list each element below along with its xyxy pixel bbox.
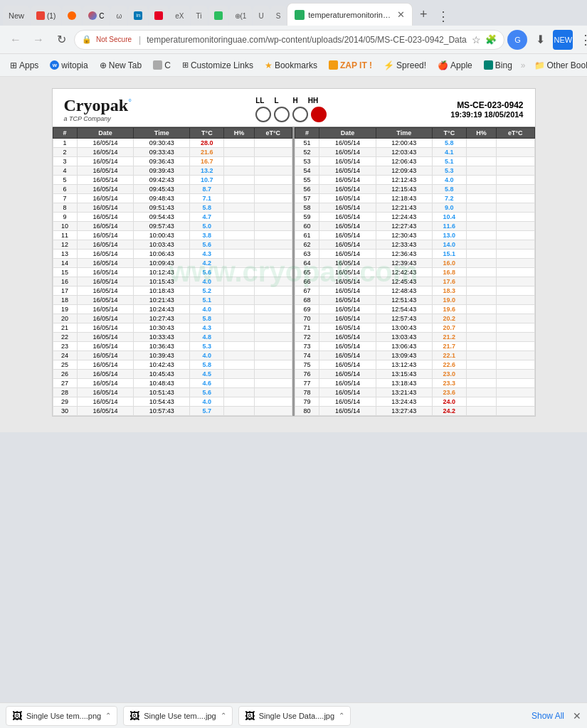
cell-num: 67 [295, 287, 319, 296]
tab-ti[interactable]: Ti [191, 6, 208, 26]
tab-linkedin[interactable]: in [128, 6, 148, 26]
tab-ex[interactable]: eX [169, 6, 189, 26]
address-bar[interactable]: 🔒 Not Secure | temperaturemonitoringuae.… [74, 30, 504, 50]
download-2[interactable]: 🖼 Single Use tem....jpg ⌃ [123, 706, 233, 726]
nav-new-icon[interactable]: NEW [553, 30, 573, 50]
cell-et [497, 333, 534, 342]
bookmark-witopia[interactable]: w witopia [46, 59, 92, 72]
download-3[interactable]: 🖼 Single Use Data....jpg ⌃ [238, 706, 351, 726]
cell-date: 16/05/14 [319, 351, 376, 360]
tab-new[interactable]: New [3, 6, 30, 26]
bookmark-apps[interactable]: ⊞ Apps [6, 59, 43, 72]
nav-bar: ← → ↻ 🔒 Not Secure | temperaturemonitori… [0, 26, 587, 54]
tab-extensions[interactable]: ⋮ [437, 9, 450, 24]
tab-s[interactable]: S [270, 6, 287, 26]
tab-u[interactable]: U [253, 6, 269, 26]
download-2-chevron[interactable]: ⌃ [221, 712, 226, 719]
download-3-icon: 🖼 [245, 710, 255, 722]
cell-hum [466, 222, 496, 231]
tab-e[interactable] [208, 6, 228, 26]
cell-et [497, 139, 534, 148]
tab-chrome-icon[interactable]: C [83, 6, 110, 26]
bookmark-newtab[interactable]: ⊕ New Tab [95, 59, 146, 72]
bookmark-bookmarks[interactable]: ★ Bookmarks [260, 59, 322, 72]
cell-date: 16/05/14 [319, 259, 376, 268]
cell-date: 16/05/14 [319, 296, 376, 305]
star-bookmark-icon[interactable]: ☆ [472, 34, 481, 46]
download-2-icon: 🖼 [129, 710, 139, 722]
table-row: 59 16/05/14 12:24:43 10.4 [295, 213, 535, 222]
cell-date: 16/05/14 [319, 342, 376, 351]
tab-gmail[interactable]: (1) [31, 6, 61, 26]
bookmark-spreed[interactable]: ⚡ Spreed! [379, 59, 430, 72]
cell-time: 12:03:43 [376, 148, 432, 157]
table-row: 52 16/05/14 12:03:43 4.1 [295, 148, 535, 157]
tab-devtools[interactable]: ⊕(1 [229, 6, 253, 26]
cell-et [497, 240, 534, 250]
cell-temp: 21.6 [190, 148, 224, 157]
back-button[interactable]: ← [6, 30, 26, 50]
cell-et [254, 157, 292, 166]
cell-temp: 5.3 [432, 166, 466, 176]
cell-hum [224, 287, 254, 296]
bookmark-other[interactable]: 📁 Other Bookmarks [530, 59, 587, 72]
cell-time: 13:03:43 [376, 333, 432, 342]
tab-active[interactable]: temperaturemonitoringua... ✕ [287, 3, 413, 26]
cell-hum [224, 185, 254, 194]
extensions-puzzle-icon[interactable]: 🧩 [485, 34, 497, 45]
nav-more-icon[interactable]: ⋮ [576, 30, 587, 50]
indicator-ll: LL [255, 97, 264, 105]
cell-time: 12:21:43 [376, 203, 432, 213]
cell-time: 12:33:43 [376, 240, 432, 250]
table-row: 65 16/05/14 12:42:43 16.8 [295, 268, 535, 277]
profile-avatar[interactable]: G [507, 30, 527, 50]
refresh-button[interactable]: ↻ [51, 30, 71, 50]
forward-button[interactable]: → [28, 30, 48, 50]
bookmark-c[interactable]: C [149, 59, 175, 72]
bookmark-zapit[interactable]: ZAP IT ! [324, 59, 376, 72]
cell-time: 13:21:43 [376, 388, 432, 397]
cell-et [254, 351, 292, 360]
table-row: 64 16/05/14 12:39:43 16.0 [295, 259, 535, 268]
tab-omega[interactable]: ω [110, 6, 127, 26]
cell-hum [466, 176, 496, 185]
cell-time: 10:15:43 [134, 277, 190, 287]
cell-num: 76 [295, 370, 319, 379]
cell-hum [224, 250, 254, 259]
show-all-button[interactable]: Show All [532, 711, 564, 721]
cell-time: 12:48:43 [376, 287, 432, 296]
cell-et [254, 148, 292, 157]
table-row: 76 16/05/14 13:15:43 23.0 [295, 370, 535, 379]
download-3-chevron[interactable]: ⌃ [339, 712, 344, 719]
cell-temp: 5.8 [432, 139, 466, 148]
cell-date: 16/05/14 [319, 379, 376, 388]
active-tab-close[interactable]: ✕ [397, 9, 405, 20]
cell-hum [224, 296, 254, 305]
bookmark-zapit-label: ZAP IT ! [340, 60, 372, 70]
tab-p[interactable] [149, 6, 169, 26]
cell-hum [466, 203, 496, 213]
bookmark-bookmarks-label: Bookmarks [275, 60, 317, 70]
cell-time: 10:57:43 [134, 407, 190, 416]
downloads-bar: 🖼 Single Use tem....png ⌃ 🖼 Single Use t… [0, 702, 587, 728]
cell-hum [466, 323, 496, 333]
indicator-l: L [274, 97, 278, 105]
bookmark-customize[interactable]: ⊞ Customize Links [178, 59, 258, 72]
cell-date: 16/05/14 [319, 407, 376, 416]
close-downloads-button[interactable]: ✕ [573, 710, 581, 722]
cell-et [254, 240, 292, 250]
new-tab-button[interactable]: + [413, 4, 433, 24]
right-table: # Date Time T°C H% eT°C 51 16/05/14 12:0… [295, 127, 535, 416]
cell-hum [224, 342, 254, 351]
cell-temp: 21.7 [432, 342, 466, 351]
cell-hum [224, 176, 254, 185]
cell-temp: 4.0 [190, 277, 224, 287]
nav-download-icon[interactable]: ⬇ [530, 30, 550, 50]
bookmark-bing[interactable]: Bing [480, 59, 517, 72]
download-1-name: Single Use tem....png [26, 712, 101, 720]
bookmark-apple[interactable]: 🍎 Apple [433, 59, 477, 72]
download-1[interactable]: 🖼 Single Use tem....png ⌃ [6, 706, 117, 726]
download-1-chevron[interactable]: ⌃ [105, 712, 111, 719]
cell-num: 63 [295, 250, 319, 259]
tab-orange[interactable] [62, 6, 82, 26]
